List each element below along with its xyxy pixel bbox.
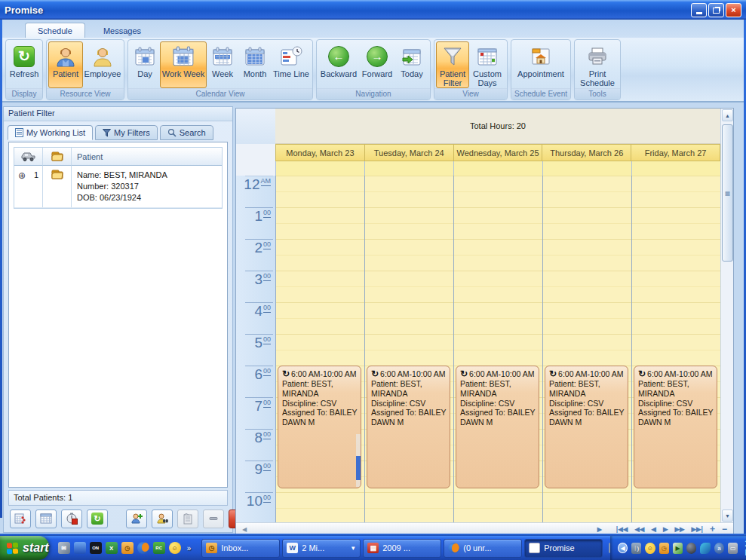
appointment-button[interactable]: Appointment xyxy=(513,41,569,88)
chart-column-header[interactable] xyxy=(43,148,72,166)
day-header[interactable]: Monday, March 23 xyxy=(275,144,364,161)
tab-my-working-list[interactable]: My Working List xyxy=(8,125,93,140)
transport-column-header[interactable] xyxy=(14,148,43,166)
scrollbar-thumb[interactable]: ▬▬▬ xyxy=(722,124,733,262)
quick-launch-overflow-icon[interactable]: » xyxy=(187,544,192,552)
day-column-thursday[interactable]: ↻6:00 AM-10:00 AM Patient: BEST, MIRANDA… xyxy=(542,176,631,522)
network-icon[interactable]: ᛁ) xyxy=(631,543,641,554)
task-promise[interactable]: Promise xyxy=(524,539,603,558)
row-number: 1 xyxy=(34,170,38,179)
day-column-monday[interactable]: ↻6:00 AM-10:00 AM Patient: BEST, MIRANDA… xyxy=(275,176,364,522)
scroll-left-icon[interactable]: ◀ xyxy=(242,526,247,533)
stop-timer-button[interactable] xyxy=(61,510,82,528)
restore-button[interactable] xyxy=(708,3,724,17)
schedule-grid-button[interactable] xyxy=(35,510,57,528)
work-week-view-button[interactable]: Work Week xyxy=(160,41,207,88)
fast-forward-icon[interactable]: ▶▶ xyxy=(671,525,687,534)
scroll-right-icon[interactable]: ▶ xyxy=(597,526,602,533)
day-column-friday[interactable]: ↻6:00 AM-10:00 AM Patient: BEST, MIRANDA… xyxy=(631,176,720,522)
patient-dob: DOB: 06/23/1924 xyxy=(77,192,167,203)
day-header[interactable]: Tuesday, March 24 xyxy=(364,144,453,161)
appointment-card[interactable]: ↻6:00 AM-10:00 AM Patient: BEST, MIRANDA… xyxy=(367,366,450,488)
smiley-icon[interactable]: ☺ xyxy=(169,542,181,554)
week-view-button[interactable]: Week xyxy=(207,41,238,88)
start-button[interactable]: start xyxy=(0,536,49,560)
tray-clock-icon[interactable]: ◷ xyxy=(659,543,669,554)
patient-filter-button[interactable]: Patient Filter xyxy=(436,41,469,88)
screen: Promise × Schedule Messages ↻ Refresh Di… xyxy=(0,0,746,560)
last-page-icon[interactable]: ▶▶| xyxy=(689,525,706,534)
chevron-down-icon[interactable]: ▼ xyxy=(350,545,356,552)
time-line-view-button[interactable]: Time Line xyxy=(272,41,311,88)
tab-my-filters[interactable]: My Filters xyxy=(95,125,158,140)
day-view-button[interactable]: Day xyxy=(130,41,160,88)
day-column-tuesday[interactable]: ↻6:00 AM-10:00 AM Patient: BEST, MIRANDA… xyxy=(364,176,453,522)
ribbon: ↻ Refresh Display Patient Employe xyxy=(2,38,744,103)
firefox-icon[interactable] xyxy=(137,542,149,554)
all-day-row[interactable] xyxy=(275,161,720,176)
appointment-card[interactable]: ↻6:00 AM-10:00 AM Patient: BEST, MIRANDA… xyxy=(634,366,717,488)
appointment-card[interactable]: ↻6:00 AM-10:00 AM Patient: BEST, MIRANDA… xyxy=(545,366,628,488)
custom-days-button[interactable]: Custom Days xyxy=(469,41,505,88)
mail-app-icon[interactable]: ✉ xyxy=(58,542,70,554)
tray-smiley-icon[interactable]: ☺ xyxy=(645,543,655,554)
first-page-icon[interactable]: |◀◀ xyxy=(613,525,631,534)
globe-icon[interactable]: a xyxy=(714,543,724,554)
find-patient-icon xyxy=(156,513,169,525)
month-view-button[interactable]: Month xyxy=(238,41,272,88)
minimize-button[interactable] xyxy=(691,3,707,17)
today-button[interactable]: Today xyxy=(395,41,428,88)
fast-backward-icon[interactable]: ◀◀ xyxy=(631,525,647,534)
backward-button[interactable]: ← Backward xyxy=(318,41,359,88)
task-runner-icon[interactable]: ▶ xyxy=(673,543,683,554)
task-inbox[interactable]: ◷ Inbox... xyxy=(201,539,280,558)
appointment-card[interactable]: ↻6:00 AM-10:00 AM Patient: BEST, MIRANDA… xyxy=(456,366,539,488)
find-patient-button[interactable] xyxy=(152,510,173,528)
add-patient-icon xyxy=(130,513,143,525)
day-header[interactable]: Wednesday, March 25 xyxy=(453,144,542,161)
audio-icon[interactable] xyxy=(686,543,696,554)
patient-column-header[interactable]: Patient xyxy=(72,148,222,166)
task-browser[interactable]: (0 unr... xyxy=(444,539,522,558)
group-label-calendar-view: Calendar View xyxy=(128,88,312,99)
refresh-button[interactable]: ↻ Refresh xyxy=(8,41,41,88)
add-patient-button[interactable] xyxy=(126,510,147,528)
on-screen-icon[interactable]: ON xyxy=(90,542,102,554)
previous-icon[interactable]: ◀ xyxy=(648,525,659,534)
close-button[interactable]: × xyxy=(726,3,741,17)
scroll-up-icon[interactable]: ▲ xyxy=(722,109,733,121)
hide-tray-icon[interactable]: ◀ xyxy=(618,543,628,553)
day-column-wednesday[interactable]: ↻6:00 AM-10:00 AM Patient: BEST, MIRANDA… xyxy=(453,176,542,522)
time-grid: 12AM 100 200 300 400 500 600 700 800 900… xyxy=(236,176,720,522)
expand-icon[interactable]: ⊕ xyxy=(18,170,26,181)
messenger-icon[interactable] xyxy=(74,542,86,554)
next-icon[interactable]: ▶ xyxy=(660,525,671,534)
vertical-scrollbar[interactable]: ▲ ▬▬▬ ▼ xyxy=(720,109,733,522)
window-border xyxy=(0,0,2,518)
print-schedule-button[interactable]: Print Schedule xyxy=(576,41,619,88)
schedule-calendar: Total Hours: 20 Monday, March 23 Tuesday… xyxy=(235,108,734,535)
task-word[interactable]: W 2 Mi... ▼ xyxy=(282,539,361,558)
tab-messages[interactable]: Messages xyxy=(91,23,153,38)
tab-search[interactable]: Search xyxy=(160,125,213,140)
patient-view-button[interactable]: Patient xyxy=(48,41,83,88)
appointment-card[interactable]: ↻6:00 AM-10:00 AM Patient: BEST, MIRANDA… xyxy=(278,366,361,488)
antivirus-icon[interactable] xyxy=(700,543,710,554)
scroll-down-icon[interactable]: ▼ xyxy=(722,510,733,522)
day-header[interactable]: Friday, March 27 xyxy=(631,144,720,161)
schedule-app-icon[interactable]: ◷ xyxy=(121,542,134,554)
schedule-report-button[interactable] xyxy=(10,510,31,528)
employee-view-button[interactable]: Employee xyxy=(83,41,122,88)
forward-button[interactable]: → Forward xyxy=(359,41,395,88)
day-header[interactable]: Thursday, March 26 xyxy=(542,144,631,161)
refresh-list-button[interactable]: ↻ xyxy=(87,510,108,528)
tab-schedule[interactable]: Schedule xyxy=(25,23,85,38)
task-2009[interactable]: ▤ 2009 ... xyxy=(363,539,441,558)
appointment-assigned: Assigned To: BAILEY DAWN M xyxy=(282,408,358,427)
utility-icon[interactable]: RC xyxy=(153,542,165,554)
appointment-scroll-thumb[interactable] xyxy=(356,456,361,480)
title-bar[interactable]: Promise × xyxy=(0,0,746,20)
display-icon[interactable]: ▭ xyxy=(728,543,738,554)
patient-row[interactable]: ⊕ 1 Name: BEST, MIRANDA Number: 320317 D… xyxy=(14,166,222,208)
excel-icon[interactable]: X xyxy=(106,542,118,554)
